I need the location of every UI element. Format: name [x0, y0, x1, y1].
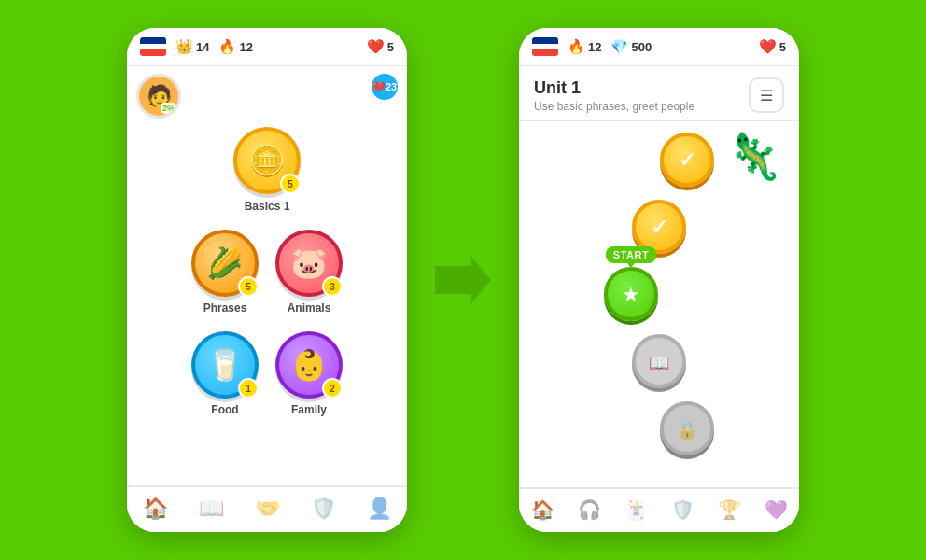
right-hearts-stat: ❤️ 5	[759, 38, 786, 55]
unit-menu-button[interactable]: ☰	[749, 77, 784, 113]
right-phone: 🔥 12 💎 500 ❤️ 5 Unit 1 Use basic phrases…	[519, 28, 799, 532]
hearts-stat: ❤️ 5	[367, 38, 394, 55]
right-flag-white	[532, 44, 558, 50]
family-badge: 2	[322, 378, 343, 399]
left-phone: 👑 14 🔥 12 ❤️ 5 🧑 2% 💔 23	[127, 28, 407, 532]
family-circle[interactable]: 👶 2	[275, 331, 343, 399]
lesson-row-2: 🥛 1 Food 👶 2 Family	[191, 331, 343, 416]
path-node-4	[632, 334, 686, 388]
right-streak-stat: 🔥 12	[568, 38, 601, 55]
nav-trophy-right[interactable]: 🏆	[718, 498, 741, 521]
nav-cards-right[interactable]: 🃏	[624, 498, 648, 521]
node-4-circle[interactable]	[632, 334, 686, 388]
phrases-circle[interactable]: 🌽 5	[191, 230, 259, 297]
left-phone-body: 🧑 2% 💔 23 🪙 5 Basics 1	[127, 66, 407, 485]
lesson-basics1: 🪙 5 Basics 1	[233, 127, 301, 213]
animals-badge: 3	[322, 276, 343, 297]
book-icon-4	[649, 348, 669, 374]
unit-title: Unit 1	[534, 78, 694, 98]
lock-icon-5	[677, 415, 697, 441]
right-flag-red	[532, 49, 558, 56]
basics1-label: Basics 1	[245, 200, 290, 213]
food-label: Food	[211, 403, 238, 416]
flag-icon	[140, 37, 166, 56]
right-gems-value: 500	[631, 40, 652, 54]
arrow-right	[435, 257, 491, 303]
family-label: Family	[291, 403, 327, 416]
phrases-badge: 5	[238, 276, 259, 297]
node-3-circle[interactable]	[604, 267, 658, 321]
heart-icon-left: ❤️	[367, 38, 385, 55]
xp-label: 2%	[161, 103, 176, 114]
unit-header: Unit 1 Use basic phrases, greet people ☰	[519, 66, 799, 121]
right-bottom-nav: 🏠 🎧 🃏 🛡️ 🏆 💜	[519, 487, 799, 532]
path-node-3: START	[604, 267, 658, 321]
right-flag-icon	[532, 37, 558, 56]
nav-profile-left[interactable]: 👤	[367, 497, 392, 521]
animals-circle[interactable]: 🐷 3	[275, 230, 343, 297]
lesson-animals: 🐷 3 Animals	[275, 230, 343, 315]
nav-listen-right[interactable]: 🎧	[578, 498, 601, 521]
avatar: 🧑 2%	[136, 74, 181, 119]
nav-shield-right[interactable]: 🛡️	[671, 498, 694, 521]
check-icon-2	[651, 214, 667, 240]
animals-label: Animals	[288, 301, 331, 315]
streak-value: 12	[239, 40, 252, 54]
start-label: START	[606, 246, 656, 263]
lessons-area: 🪙 5 Basics 1 🌽 5 Phrases	[136, 127, 398, 416]
lesson-phrases: 🌽 5 Phrases	[191, 230, 259, 315]
right-streak-value: 12	[588, 40, 601, 54]
phrases-label: Phrases	[203, 301, 247, 315]
unit-info: Unit 1 Use basic phrases, greet people	[534, 78, 694, 113]
node-5-circle	[660, 401, 714, 455]
hearts-badge-icon: 💔	[372, 81, 386, 93]
right-hearts-value: 5	[779, 40, 786, 54]
left-bottom-nav: 🏠 📖 🤝 🛡️ 👤	[127, 485, 407, 532]
right-heart-icon: ❤️	[759, 38, 777, 55]
flag-red-stripe	[140, 49, 166, 56]
path-area: 🦎 START	[519, 121, 799, 467]
right-gems-stat: 💎 500	[610, 38, 652, 55]
food-badge: 1	[238, 378, 259, 399]
lesson-family: 👶 2 Family	[275, 331, 343, 416]
right-header: 🔥 12 💎 500 ❤️ 5	[519, 28, 799, 66]
right-flag-blue	[532, 37, 558, 44]
nav-home-right[interactable]: 🏠	[531, 498, 554, 521]
food-circle[interactable]: 🥛 1	[191, 331, 259, 399]
arrow-container	[435, 257, 491, 303]
main-container: 👑 14 🔥 12 ❤️ 5 🧑 2% 💔 23	[0, 0, 926, 560]
league-stat: 👑 14	[175, 38, 209, 55]
nav-more-right[interactable]: 💜	[765, 498, 788, 521]
nav-home-left[interactable]: 🏠	[143, 497, 168, 521]
nav-learn-left[interactable]: 📖	[199, 497, 224, 521]
lesson-food: 🥛 1 Food	[191, 331, 259, 416]
flag-white-stripe	[140, 44, 166, 50]
fire-icon: 🔥	[218, 38, 236, 55]
flag-blue-stripe	[140, 37, 166, 44]
basics1-badge: 5	[280, 174, 301, 194]
path-node-1	[660, 133, 714, 187]
duolingo-mascot: 🦎	[726, 131, 782, 183]
right-fire-icon: 🔥	[568, 38, 585, 55]
check-icon-1	[679, 147, 695, 173]
hearts-value-left: 5	[387, 40, 394, 54]
left-header: 👑 14 🔥 12 ❤️ 5	[127, 28, 407, 66]
streak-stat: 🔥 12	[218, 38, 252, 55]
hearts-badge-count: 23	[386, 81, 397, 92]
nav-league-left[interactable]: 🛡️	[311, 497, 336, 521]
unit-subtitle: Use basic phrases, greet people	[534, 100, 694, 113]
node-1-circle[interactable]	[660, 133, 714, 187]
hearts-badge[interactable]: 💔 23	[372, 74, 398, 100]
league-value: 14	[196, 40, 209, 54]
lesson-row-1: 🌽 5 Phrases 🐷 3 Animals	[191, 230, 343, 315]
basics1-circle[interactable]: 🪙 5	[233, 127, 301, 194]
star-icon-3	[622, 281, 640, 307]
nav-friends-left[interactable]: 🤝	[255, 497, 280, 521]
right-phone-body: 🦎 START	[519, 121, 799, 487]
path-node-5	[660, 401, 714, 455]
crown-icon: 👑	[175, 38, 193, 55]
right-gem-icon: 💎	[610, 38, 628, 55]
